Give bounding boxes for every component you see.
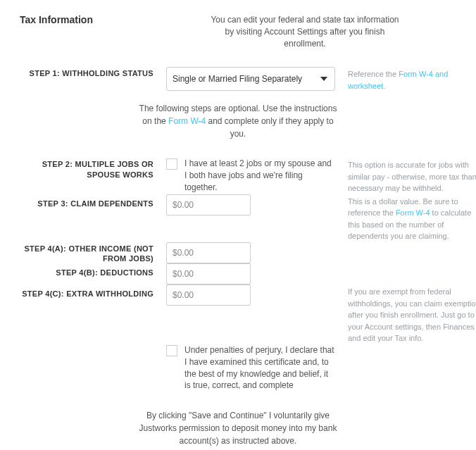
- w4-link-step3[interactable]: Form W-4: [396, 208, 430, 217]
- step3-help: This is a dollar value. Be sure to refer…: [348, 194, 476, 242]
- extra-withholding-input[interactable]: [166, 285, 251, 306]
- perjury-checkbox[interactable]: [166, 345, 177, 356]
- step4a-label: STEP 4(A): OTHER INCOME (NOT FROM JOBS): [20, 242, 154, 264]
- claim-dependents-input[interactable]: [166, 194, 251, 215]
- step1-label: STEP 1: WITHHOLDING STATUS: [20, 67, 154, 92]
- withholding-status-select[interactable]: Single or Married Filing Separately: [166, 67, 335, 91]
- optional-note: The following steps are optional. Use th…: [136, 102, 340, 140]
- step4c-label: STEP 4(C): EXTRA WITHHOLDING: [20, 285, 154, 344]
- multiple-jobs-checkbox[interactable]: [166, 158, 177, 170]
- perjury-spacer: [20, 344, 154, 392]
- step2-help: This option is accurate for jobs with si…: [348, 158, 476, 194]
- perjury-label[interactable]: Under penalties of perjury, I declare th…: [184, 344, 335, 392]
- section-title: Tax Information: [20, 14, 154, 25]
- other-income-input[interactable]: [166, 242, 251, 263]
- disclosure-text: By clicking "Save and Continue" I volunt…: [136, 409, 340, 447]
- multiple-jobs-label[interactable]: I have at least 2 jobs or my spouse and …: [184, 158, 335, 193]
- perjury-help-spacer: [348, 344, 476, 392]
- step4b-label: STEP 4(B): DEDUCTIONS: [20, 263, 154, 285]
- step4b-help: [348, 263, 476, 285]
- step3-label: STEP 3: CLAIM DEPENDENTS: [20, 194, 154, 242]
- step1-help: Reference the Form W-4 and worksheet.: [348, 67, 476, 92]
- intro-text: You can edit your federal and state tax …: [206, 14, 403, 49]
- step4c-help: If you are exempt from federal withholdi…: [348, 285, 476, 344]
- deductions-input[interactable]: [166, 263, 251, 285]
- w4-link-optional[interactable]: Form W-4: [168, 116, 206, 126]
- step4a-help: [348, 242, 476, 264]
- step2-label: STEP 2: MULTIPLE JOBS OR SPOUSE WORKS: [20, 158, 154, 194]
